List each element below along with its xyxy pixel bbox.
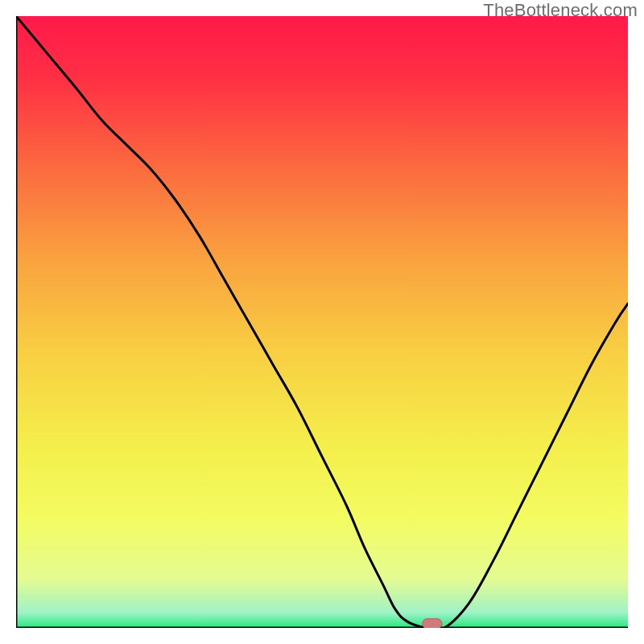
gradient-background (16, 16, 628, 628)
attribution-text: TheBottleneck.com (483, 0, 638, 21)
bottleneck-chart (16, 16, 628, 628)
selected-point-marker (423, 619, 442, 628)
